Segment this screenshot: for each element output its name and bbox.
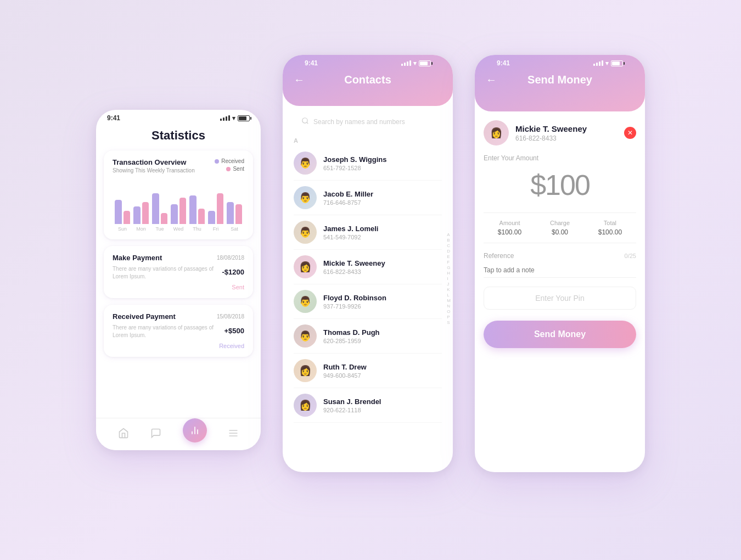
- contact-avatar-joseph: 👨: [294, 152, 317, 175]
- wifi-icon-2: ▾: [413, 60, 417, 67]
- nav-chat[interactable]: [150, 427, 162, 439]
- contact-info-mickie: Mickie T. Sweeney 616-822-8433: [323, 259, 442, 275]
- contact-avatar-susan: 👩: [294, 394, 317, 417]
- legend-dot-received: [215, 159, 219, 164]
- contact-name-mickie: Mickie T. Sweeney: [323, 259, 442, 267]
- back-button-contacts[interactable]: ←: [294, 74, 305, 86]
- received-payment-title: Received Payment: [113, 312, 176, 321]
- contact-info-james: James J. Lomeli 541-549-7092: [323, 225, 442, 240]
- nav-stats[interactable]: [183, 424, 207, 443]
- reference-label: Reference: [484, 252, 514, 260]
- search-icon: [301, 117, 309, 126]
- contact-name-joseph: Joseph S. Wiggins: [323, 155, 442, 164]
- total-label: Total: [598, 220, 622, 226]
- remove-recipient-button[interactable]: ✕: [624, 127, 636, 139]
- received-payment-amount: +$500: [224, 327, 244, 335]
- search-placeholder: Search by names and numbers: [313, 118, 405, 126]
- contact-info-susan: Susan J. Brendel 920-622-1118: [323, 397, 442, 413]
- chat-icon: [150, 427, 162, 439]
- breakdown-amount: Amount $100.00: [498, 220, 521, 236]
- legend-dot-sent: [226, 167, 231, 171]
- stats-icon: [183, 418, 207, 443]
- contact-phone-jacob: 716-646-8757: [323, 199, 442, 206]
- contact-joseph[interactable]: 👨 Joseph S. Wiggins 651-792-1528: [294, 146, 442, 181]
- transaction-overview-card: Transaction Overview Showing This Weekly…: [104, 150, 253, 239]
- reference-count: 0/25: [625, 253, 636, 259]
- back-button-send[interactable]: ←: [486, 74, 497, 86]
- section-letter-a: A: [294, 135, 442, 146]
- contact-info-ruth: Ruth T. Drew 949-600-8457: [323, 363, 442, 379]
- status-bar-2: 9:41 ▾: [294, 55, 442, 69]
- make-payment-title: Make Payment: [113, 254, 162, 262]
- phone-statistics: 9:41 ▾ Statistics Transaction Overview S…: [96, 110, 261, 450]
- pin-input-field[interactable]: Enter Your Pin: [484, 287, 636, 310]
- day-thu: Thu: [189, 226, 205, 232]
- contact-avatar-floyd: 👨: [294, 290, 317, 313]
- contact-mickie[interactable]: 👩 Mickie T. Sweeney 616-822-8433: [294, 250, 442, 284]
- amount-label: Amount: [498, 220, 521, 226]
- phone-send-money: 9:41 ▾ ← Send Money 👩 Mickie T. Sweene: [475, 55, 645, 472]
- amount-val: $100.00: [498, 228, 521, 236]
- battery-icon-2: [419, 60, 431, 66]
- breakdown-total: Total $100.00: [598, 220, 622, 236]
- pin-placeholder: Enter Your Pin: [535, 294, 585, 303]
- chart-legend: Received Sent: [215, 158, 244, 172]
- battery-icon-3: [611, 60, 623, 66]
- status-time-2: 9:41: [305, 59, 318, 67]
- contact-name-floyd: Floyd D. Robinson: [323, 294, 442, 302]
- make-payment-amount: -$1200: [222, 268, 244, 276]
- contact-info-thomas: Thomas D. Pugh 620-285-1959: [323, 328, 442, 344]
- recipient-phone: 616-822-8433: [515, 135, 618, 142]
- wifi-icon-1: ▾: [232, 115, 235, 122]
- day-wed: Wed: [171, 226, 186, 232]
- signal-icon-3: [593, 60, 603, 66]
- legend-sent-label: Sent: [233, 166, 244, 172]
- contacts-title: Contacts: [344, 74, 391, 86]
- amount-display: $100: [484, 169, 636, 201]
- make-payment-card: Make Payment 18/08/2018 There are many v…: [104, 246, 253, 298]
- svg-line-7: [307, 122, 308, 124]
- contact-thomas[interactable]: 👨 Thomas D. Pugh 620-285-1959: [294, 319, 442, 354]
- contact-ruth[interactable]: 👩 Ruth T. Drew 949-600-8457: [294, 354, 442, 388]
- day-sat: Sat: [227, 226, 242, 232]
- contact-name-susan: Susan J. Brendel: [323, 397, 442, 406]
- make-payment-desc: There are many variations of passages of…: [113, 265, 222, 281]
- contact-name-thomas: Thomas D. Pugh: [323, 328, 442, 337]
- page-title-stats: Statistics: [96, 124, 261, 150]
- contact-susan[interactable]: 👩 Susan J. Brendel 920-622-1118: [294, 388, 442, 423]
- send-money-button[interactable]: Send Money: [484, 321, 636, 348]
- contacts-list: A 👨 Joseph S. Wiggins 651-792-1528 👨 Jac…: [283, 135, 453, 423]
- enter-amount-label: Enter Your Amount: [484, 154, 636, 162]
- contact-floyd[interactable]: 👨 Floyd D. Robinson 937-719-9926: [294, 284, 442, 319]
- nav-menu[interactable]: [227, 427, 239, 439]
- contact-avatar-ruth: 👩: [294, 359, 317, 382]
- contacts-nav: ← Contacts: [294, 69, 442, 95]
- contact-phone-thomas: 620-285-1959: [323, 338, 442, 344]
- contact-phone-joseph: 651-792-1528: [323, 165, 442, 171]
- nav-home[interactable]: [117, 427, 130, 439]
- status-time-3: 9:41: [497, 59, 510, 67]
- received-payment-desc: There are many variations of passages of…: [113, 324, 224, 339]
- contact-phone-mickie: 616-822-8433: [323, 268, 442, 275]
- contact-avatar-mickie: 👩: [294, 255, 317, 278]
- contact-info-jacob: Jacob E. Miller 716-646-8757: [323, 190, 442, 206]
- transaction-card-title: Transaction Overview: [113, 158, 195, 166]
- contact-info-floyd: Floyd D. Robinson 937-719-9926: [323, 294, 442, 310]
- alpha-index: A B C D E F G H I J K L M N O P S: [447, 233, 451, 325]
- contact-jacob[interactable]: 👨 Jacob E. Miller 716-646-8757: [294, 181, 442, 215]
- contact-james[interactable]: 👨 James J. Lomeli 541-549-7092: [294, 215, 442, 250]
- contact-name-jacob: Jacob E. Miller: [323, 190, 442, 198]
- make-payment-date: 18/08/2018: [217, 255, 244, 261]
- battery-icon-1: [238, 115, 250, 121]
- total-val: $100.00: [598, 228, 622, 236]
- chart-day-labels: Sun Mon Tue Wed Thu Fri Sat: [113, 226, 244, 232]
- reference-section: Reference 0/25: [484, 252, 636, 278]
- recipient-name: Mickie T. Sweeney: [515, 124, 618, 133]
- recipient-info: Mickie T. Sweeney 616-822-8433: [515, 124, 618, 142]
- phone-contacts: 9:41 ▾ ← Contacts Search by names and nu…: [283, 55, 453, 472]
- received-payment-status: Received: [219, 343, 244, 349]
- svg-point-6: [302, 118, 307, 123]
- search-bar[interactable]: Search by names and numbers: [294, 113, 442, 131]
- reference-input[interactable]: [484, 263, 636, 278]
- contact-avatar-james: 👨: [294, 221, 317, 244]
